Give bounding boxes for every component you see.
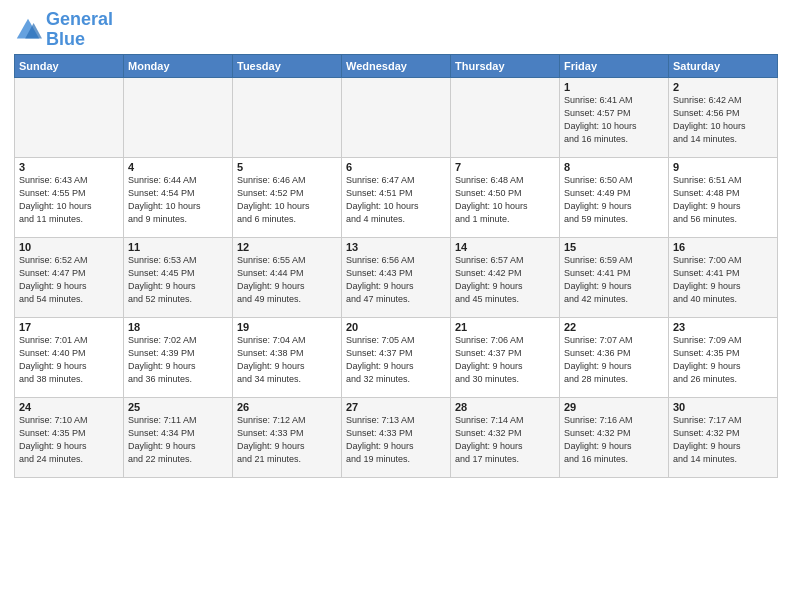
day-cell: 8Sunrise: 6:50 AM Sunset: 4:49 PM Daylig… bbox=[560, 157, 669, 237]
week-row-4: 17Sunrise: 7:01 AM Sunset: 4:40 PM Dayli… bbox=[15, 317, 778, 397]
day-cell bbox=[451, 77, 560, 157]
day-info: Sunrise: 7:09 AM Sunset: 4:35 PM Dayligh… bbox=[673, 334, 773, 386]
day-cell: 9Sunrise: 6:51 AM Sunset: 4:48 PM Daylig… bbox=[669, 157, 778, 237]
day-info: Sunrise: 6:55 AM Sunset: 4:44 PM Dayligh… bbox=[237, 254, 337, 306]
day-cell bbox=[342, 77, 451, 157]
day-number: 6 bbox=[346, 161, 446, 173]
day-cell bbox=[15, 77, 124, 157]
day-number: 20 bbox=[346, 321, 446, 333]
day-cell: 7Sunrise: 6:48 AM Sunset: 4:50 PM Daylig… bbox=[451, 157, 560, 237]
day-info: Sunrise: 6:41 AM Sunset: 4:57 PM Dayligh… bbox=[564, 94, 664, 146]
logo: General Blue bbox=[14, 10, 113, 50]
day-info: Sunrise: 6:42 AM Sunset: 4:56 PM Dayligh… bbox=[673, 94, 773, 146]
day-number: 4 bbox=[128, 161, 228, 173]
day-number: 21 bbox=[455, 321, 555, 333]
week-row-1: 1Sunrise: 6:41 AM Sunset: 4:57 PM Daylig… bbox=[15, 77, 778, 157]
day-cell: 28Sunrise: 7:14 AM Sunset: 4:32 PM Dayli… bbox=[451, 397, 560, 477]
day-number: 11 bbox=[128, 241, 228, 253]
day-cell: 12Sunrise: 6:55 AM Sunset: 4:44 PM Dayli… bbox=[233, 237, 342, 317]
week-row-2: 3Sunrise: 6:43 AM Sunset: 4:55 PM Daylig… bbox=[15, 157, 778, 237]
day-info: Sunrise: 7:02 AM Sunset: 4:39 PM Dayligh… bbox=[128, 334, 228, 386]
day-info: Sunrise: 6:43 AM Sunset: 4:55 PM Dayligh… bbox=[19, 174, 119, 226]
day-cell: 6Sunrise: 6:47 AM Sunset: 4:51 PM Daylig… bbox=[342, 157, 451, 237]
day-cell: 24Sunrise: 7:10 AM Sunset: 4:35 PM Dayli… bbox=[15, 397, 124, 477]
day-cell: 11Sunrise: 6:53 AM Sunset: 4:45 PM Dayli… bbox=[124, 237, 233, 317]
day-number: 12 bbox=[237, 241, 337, 253]
day-cell: 19Sunrise: 7:04 AM Sunset: 4:38 PM Dayli… bbox=[233, 317, 342, 397]
day-cell: 29Sunrise: 7:16 AM Sunset: 4:32 PM Dayli… bbox=[560, 397, 669, 477]
day-number: 29 bbox=[564, 401, 664, 413]
day-info: Sunrise: 7:07 AM Sunset: 4:36 PM Dayligh… bbox=[564, 334, 664, 386]
day-number: 19 bbox=[237, 321, 337, 333]
day-number: 18 bbox=[128, 321, 228, 333]
day-number: 24 bbox=[19, 401, 119, 413]
week-row-3: 10Sunrise: 6:52 AM Sunset: 4:47 PM Dayli… bbox=[15, 237, 778, 317]
day-cell: 21Sunrise: 7:06 AM Sunset: 4:37 PM Dayli… bbox=[451, 317, 560, 397]
page: General Blue SundayMondayTuesdayWednesda… bbox=[0, 0, 792, 488]
day-number: 5 bbox=[237, 161, 337, 173]
day-info: Sunrise: 6:52 AM Sunset: 4:47 PM Dayligh… bbox=[19, 254, 119, 306]
day-info: Sunrise: 6:51 AM Sunset: 4:48 PM Dayligh… bbox=[673, 174, 773, 226]
header: General Blue bbox=[14, 10, 778, 50]
day-number: 8 bbox=[564, 161, 664, 173]
day-cell: 30Sunrise: 7:17 AM Sunset: 4:32 PM Dayli… bbox=[669, 397, 778, 477]
day-cell: 23Sunrise: 7:09 AM Sunset: 4:35 PM Dayli… bbox=[669, 317, 778, 397]
day-info: Sunrise: 7:00 AM Sunset: 4:41 PM Dayligh… bbox=[673, 254, 773, 306]
day-cell: 15Sunrise: 6:59 AM Sunset: 4:41 PM Dayli… bbox=[560, 237, 669, 317]
day-info: Sunrise: 6:59 AM Sunset: 4:41 PM Dayligh… bbox=[564, 254, 664, 306]
day-info: Sunrise: 7:04 AM Sunset: 4:38 PM Dayligh… bbox=[237, 334, 337, 386]
day-number: 2 bbox=[673, 81, 773, 93]
day-number: 25 bbox=[128, 401, 228, 413]
day-number: 7 bbox=[455, 161, 555, 173]
logo-text: General Blue bbox=[46, 10, 113, 50]
day-info: Sunrise: 6:46 AM Sunset: 4:52 PM Dayligh… bbox=[237, 174, 337, 226]
header-row: SundayMondayTuesdayWednesdayThursdayFrid… bbox=[15, 54, 778, 77]
day-number: 27 bbox=[346, 401, 446, 413]
day-cell: 3Sunrise: 6:43 AM Sunset: 4:55 PM Daylig… bbox=[15, 157, 124, 237]
day-number: 23 bbox=[673, 321, 773, 333]
day-info: Sunrise: 6:48 AM Sunset: 4:50 PM Dayligh… bbox=[455, 174, 555, 226]
day-info: Sunrise: 7:10 AM Sunset: 4:35 PM Dayligh… bbox=[19, 414, 119, 466]
col-header-saturday: Saturday bbox=[669, 54, 778, 77]
day-number: 3 bbox=[19, 161, 119, 173]
day-cell: 4Sunrise: 6:44 AM Sunset: 4:54 PM Daylig… bbox=[124, 157, 233, 237]
col-header-wednesday: Wednesday bbox=[342, 54, 451, 77]
day-number: 22 bbox=[564, 321, 664, 333]
day-number: 1 bbox=[564, 81, 664, 93]
day-info: Sunrise: 7:16 AM Sunset: 4:32 PM Dayligh… bbox=[564, 414, 664, 466]
week-row-5: 24Sunrise: 7:10 AM Sunset: 4:35 PM Dayli… bbox=[15, 397, 778, 477]
day-info: Sunrise: 7:14 AM Sunset: 4:32 PM Dayligh… bbox=[455, 414, 555, 466]
day-info: Sunrise: 7:11 AM Sunset: 4:34 PM Dayligh… bbox=[128, 414, 228, 466]
day-info: Sunrise: 6:56 AM Sunset: 4:43 PM Dayligh… bbox=[346, 254, 446, 306]
day-info: Sunrise: 7:01 AM Sunset: 4:40 PM Dayligh… bbox=[19, 334, 119, 386]
day-number: 16 bbox=[673, 241, 773, 253]
day-cell: 27Sunrise: 7:13 AM Sunset: 4:33 PM Dayli… bbox=[342, 397, 451, 477]
day-info: Sunrise: 6:44 AM Sunset: 4:54 PM Dayligh… bbox=[128, 174, 228, 226]
day-info: Sunrise: 6:57 AM Sunset: 4:42 PM Dayligh… bbox=[455, 254, 555, 306]
col-header-friday: Friday bbox=[560, 54, 669, 77]
day-cell: 1Sunrise: 6:41 AM Sunset: 4:57 PM Daylig… bbox=[560, 77, 669, 157]
day-number: 15 bbox=[564, 241, 664, 253]
day-cell: 26Sunrise: 7:12 AM Sunset: 4:33 PM Dayli… bbox=[233, 397, 342, 477]
day-number: 30 bbox=[673, 401, 773, 413]
day-info: Sunrise: 6:47 AM Sunset: 4:51 PM Dayligh… bbox=[346, 174, 446, 226]
day-cell: 22Sunrise: 7:07 AM Sunset: 4:36 PM Dayli… bbox=[560, 317, 669, 397]
day-cell: 10Sunrise: 6:52 AM Sunset: 4:47 PM Dayli… bbox=[15, 237, 124, 317]
day-info: Sunrise: 7:05 AM Sunset: 4:37 PM Dayligh… bbox=[346, 334, 446, 386]
day-number: 14 bbox=[455, 241, 555, 253]
day-number: 28 bbox=[455, 401, 555, 413]
day-cell: 14Sunrise: 6:57 AM Sunset: 4:42 PM Dayli… bbox=[451, 237, 560, 317]
day-info: Sunrise: 6:53 AM Sunset: 4:45 PM Dayligh… bbox=[128, 254, 228, 306]
day-cell: 16Sunrise: 7:00 AM Sunset: 4:41 PM Dayli… bbox=[669, 237, 778, 317]
day-info: Sunrise: 7:06 AM Sunset: 4:37 PM Dayligh… bbox=[455, 334, 555, 386]
day-cell bbox=[233, 77, 342, 157]
day-info: Sunrise: 7:12 AM Sunset: 4:33 PM Dayligh… bbox=[237, 414, 337, 466]
day-number: 13 bbox=[346, 241, 446, 253]
day-number: 10 bbox=[19, 241, 119, 253]
col-header-tuesday: Tuesday bbox=[233, 54, 342, 77]
day-cell: 18Sunrise: 7:02 AM Sunset: 4:39 PM Dayli… bbox=[124, 317, 233, 397]
day-info: Sunrise: 6:50 AM Sunset: 4:49 PM Dayligh… bbox=[564, 174, 664, 226]
calendar-table: SundayMondayTuesdayWednesdayThursdayFrid… bbox=[14, 54, 778, 478]
day-number: 26 bbox=[237, 401, 337, 413]
day-cell: 2Sunrise: 6:42 AM Sunset: 4:56 PM Daylig… bbox=[669, 77, 778, 157]
